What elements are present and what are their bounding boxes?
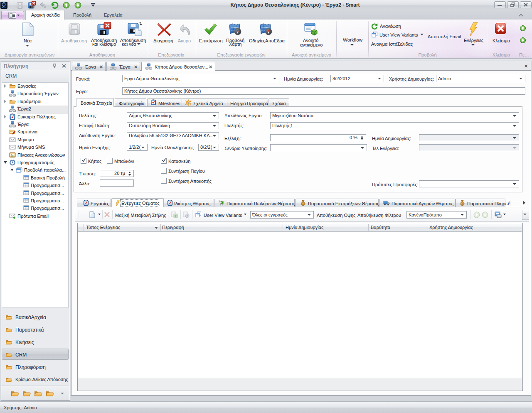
svg-text:?: ? [187, 101, 189, 104]
svg-text:$: $ [221, 200, 223, 205]
